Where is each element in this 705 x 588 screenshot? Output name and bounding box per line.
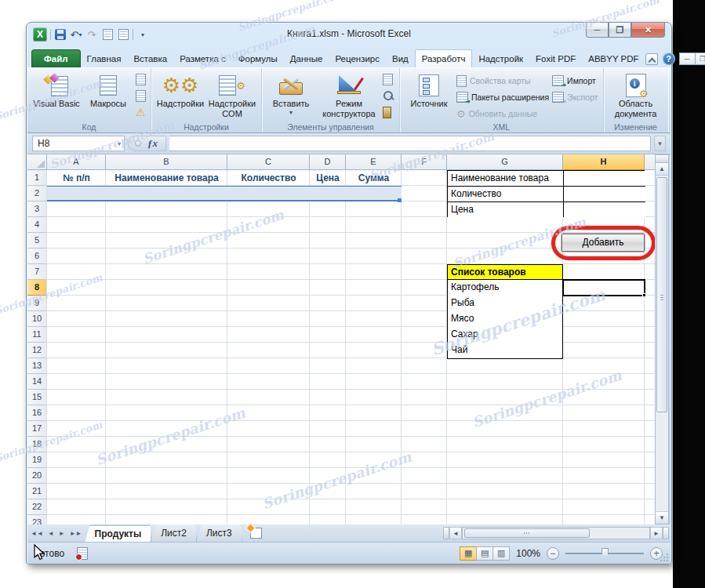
- row-header-7[interactable]: 7: [27, 264, 47, 280]
- horizontal-scrollbar[interactable]: ◄ ►: [443, 524, 670, 542]
- tab-формулы[interactable]: Формулы: [232, 50, 284, 67]
- row-header-1[interactable]: 1: [27, 170, 47, 186]
- minimize-button[interactable]: ─: [586, 23, 609, 38]
- macro-security-button[interactable]: ⚠: [136, 105, 146, 119]
- next-sheet-icon[interactable]: ►: [59, 530, 65, 537]
- tab-foxit-pdf[interactable]: Foxit PDF: [529, 50, 582, 67]
- properties-button[interactable]: [383, 72, 394, 86]
- form-input-cell[interactable]: [564, 187, 645, 202]
- insert-controls-button[interactable]: Вставить ▾: [265, 71, 317, 116]
- row-header-23[interactable]: 23: [27, 515, 47, 524]
- row-header-4[interactable]: 4: [27, 217, 47, 233]
- header-cell-C1[interactable]: Количество: [227, 170, 310, 186]
- row-header-5[interactable]: 5: [27, 233, 47, 249]
- zoom-slider[interactable]: [565, 553, 644, 554]
- collapse-ribbon-icon[interactable]: [645, 53, 658, 65]
- column-header-G[interactable]: G: [447, 154, 563, 170]
- sheet-tab-продукты[interactable]: Продукты: [85, 524, 152, 542]
- resize-grip[interactable]: [660, 553, 669, 562]
- scrollbar-thumb[interactable]: [464, 528, 590, 538]
- list-item-cell[interactable]: Картофель: [447, 280, 563, 296]
- row-header-18[interactable]: 18: [27, 437, 47, 452]
- refresh-data-button[interactable]: ⚙Обновить данные: [456, 107, 549, 121]
- tab-файл[interactable]: Файл: [31, 49, 81, 67]
- form-label-cell[interactable]: Количество: [448, 187, 563, 202]
- form-input-cell[interactable]: [564, 202, 645, 218]
- row-header-13[interactable]: 13: [27, 358, 47, 374]
- design-mode-button[interactable]: Режим конструктора: [317, 71, 381, 118]
- zoom-level[interactable]: 100%: [516, 548, 540, 559]
- active-cell-H8[interactable]: [562, 279, 645, 296]
- export-button[interactable]: Экспорт: [552, 90, 598, 104]
- run-dialog-button[interactable]: [383, 105, 394, 119]
- insert-sheet-button[interactable]: [242, 524, 270, 542]
- workbook-restore-button[interactable]: ❐: [695, 53, 705, 65]
- formula-input[interactable]: [169, 136, 651, 151]
- sheet-tab-лист2[interactable]: Лист2: [151, 524, 197, 542]
- row-header-19[interactable]: 19: [27, 452, 47, 468]
- last-sheet-icon[interactable]: ►►: [70, 530, 82, 537]
- workbook-minimize-button[interactable]: ─: [679, 53, 696, 65]
- name-box[interactable]: H8▾: [32, 136, 125, 151]
- vertical-scrollbar[interactable]: ▲ ▼: [655, 154, 669, 524]
- tab-главная[interactable]: Главная: [81, 50, 128, 67]
- row-header-11[interactable]: 11: [27, 327, 47, 343]
- first-sheet-icon[interactable]: ◄◄: [31, 530, 43, 537]
- prev-sheet-icon[interactable]: ◄: [48, 530, 54, 537]
- record-macro-icon[interactable]: [77, 547, 88, 560]
- scroll-left-icon[interactable]: ◄: [449, 527, 462, 539]
- import-button[interactable]: Импорт: [552, 74, 598, 88]
- help-icon[interactable]: ?: [663, 53, 675, 65]
- expansion-packs-button[interactable]: Пакеты расширения: [456, 90, 549, 104]
- xml-source-button[interactable]: Источник: [403, 71, 455, 109]
- scrollbar-track[interactable]: [462, 527, 650, 539]
- form-input-cell[interactable]: [564, 171, 645, 187]
- list-item-cell[interactable]: Рыба: [447, 296, 563, 312]
- row-header-3[interactable]: 3: [27, 201, 47, 217]
- row-header-17[interactable]: 17: [27, 421, 47, 437]
- record-macro-button[interactable]: [136, 72, 146, 86]
- header-cell-A1[interactable]: № п/п: [47, 170, 106, 186]
- tab-abbyy-pdf[interactable]: ABBYY PDF: [582, 50, 645, 67]
- row-header-9[interactable]: 9: [27, 296, 47, 311]
- addins-button[interactable]: ⚙⚙ Надстройки: [154, 71, 206, 109]
- document-panel-button[interactable]: i⚙ Область документа: [607, 71, 665, 118]
- split-handle[interactable]: [656, 155, 668, 163]
- close-button[interactable]: ✕: [631, 23, 665, 38]
- macros-button[interactable]: Макросы: [82, 71, 134, 109]
- column-header-B[interactable]: B: [106, 154, 227, 170]
- select-all-corner[interactable]: [27, 154, 47, 170]
- page-break-view-button[interactable]: ▥: [492, 546, 510, 561]
- list-item-cell[interactable]: Чай: [447, 343, 563, 359]
- page-layout-view-button[interactable]: ▤: [476, 546, 493, 561]
- scrollbar-thumb[interactable]: [656, 177, 667, 412]
- row-header-12[interactable]: 12: [27, 343, 47, 358]
- row-header-14[interactable]: 14: [27, 374, 47, 390]
- expand-formula-bar-icon[interactable]: ▼: [654, 136, 666, 151]
- header-cell-B1[interactable]: Наименование товара: [106, 170, 227, 186]
- row-header-21[interactable]: 21: [27, 484, 47, 499]
- tab-вставка[interactable]: Вставка: [127, 50, 173, 67]
- tab-данные[interactable]: Данные: [284, 50, 329, 67]
- scroll-right-icon[interactable]: ►: [650, 527, 663, 539]
- sheet-tab-лист3[interactable]: Лист3: [197, 524, 242, 542]
- tab-рецензирс[interactable]: Рецензирс: [329, 50, 386, 67]
- column-header-E[interactable]: E: [346, 154, 402, 170]
- fill-handle[interactable]: [642, 293, 646, 297]
- split-handle[interactable]: [663, 527, 669, 539]
- header-cell-E1[interactable]: Сумма: [346, 170, 402, 186]
- cell-grid[interactable]: 1234567891011121314151617181920212223 № …: [27, 170, 656, 524]
- zoom-out-button[interactable]: −: [547, 547, 559, 560]
- row-header-10[interactable]: 10: [27, 311, 47, 327]
- visual-basic-button[interactable]: Visual Basic: [31, 71, 82, 109]
- scroll-down-icon[interactable]: ▼: [656, 511, 668, 524]
- tab-разработч[interactable]: Разработч: [415, 49, 473, 67]
- row-header-8[interactable]: 8: [27, 280, 47, 296]
- scroll-up-icon[interactable]: ▲: [656, 163, 668, 176]
- view-code-button[interactable]: [383, 89, 394, 103]
- com-addins-button[interactable]: ⚙ Надстройки COM: [206, 71, 258, 118]
- row-header-20[interactable]: 20: [27, 468, 47, 484]
- map-properties-button[interactable]: Свойства карты: [456, 74, 549, 88]
- column-header-H[interactable]: H: [563, 154, 645, 170]
- column-header-C[interactable]: C: [227, 154, 310, 170]
